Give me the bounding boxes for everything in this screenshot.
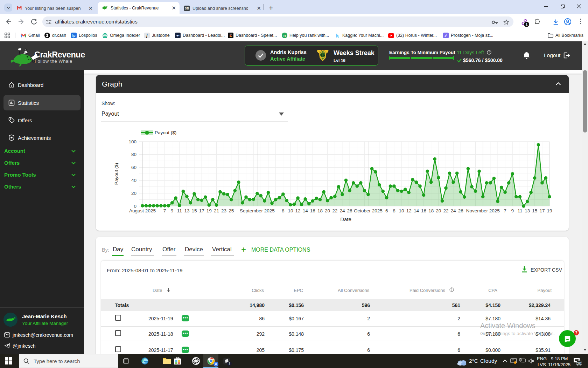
- svg-text:7: 7: [163, 208, 166, 213]
- svg-text:CrakRevenue: CrakRevenue: [34, 50, 85, 59]
- svg-text:20: 20: [131, 191, 136, 196]
- svg-text:26: 26: [347, 208, 352, 213]
- svg-text:18: 18: [428, 208, 434, 213]
- svg-text:21: 21: [214, 208, 219, 213]
- svg-text:13: 13: [525, 208, 530, 213]
- svg-text:10: 10: [399, 208, 404, 213]
- svg-text:14: 14: [303, 208, 308, 213]
- svg-text:100: 100: [128, 139, 136, 144]
- svg-text:15: 15: [532, 208, 537, 213]
- svg-text:8: 8: [282, 208, 285, 213]
- svg-text:12: 12: [406, 208, 412, 213]
- svg-text:19: 19: [547, 208, 552, 213]
- svg-text:24: 24: [340, 208, 345, 213]
- svg-text:7: 7: [504, 208, 506, 213]
- svg-text:20: 20: [325, 208, 330, 213]
- svg-text:August 2025: August 2025: [129, 208, 156, 213]
- svg-text:11: 11: [517, 208, 522, 213]
- svg-text:20: 20: [436, 208, 441, 213]
- svg-text:80: 80: [131, 152, 136, 157]
- svg-text:17: 17: [199, 208, 204, 213]
- svg-text:18: 18: [317, 208, 323, 213]
- svg-text:Payout ($): Payout ($): [114, 163, 119, 185]
- svg-text:40: 40: [131, 178, 136, 183]
- svg-text:15: 15: [191, 208, 197, 213]
- svg-text:16: 16: [310, 208, 315, 213]
- svg-text:17: 17: [539, 208, 545, 213]
- svg-text:13: 13: [184, 208, 189, 213]
- svg-text:14: 14: [414, 208, 419, 213]
- svg-text:10: 10: [288, 208, 293, 213]
- svg-text:22: 22: [443, 208, 448, 213]
- svg-text:22: 22: [332, 208, 337, 213]
- svg-text:16: 16: [421, 208, 426, 213]
- svg-text:9: 9: [171, 208, 174, 213]
- svg-text:12: 12: [295, 208, 301, 213]
- svg-text:Date: Date: [340, 216, 351, 222]
- svg-text:16: 16: [321, 53, 325, 57]
- svg-text:Payout ($): Payout ($): [155, 130, 176, 135]
- svg-text:23: 23: [221, 208, 226, 213]
- svg-text:September 2025: September 2025: [240, 208, 275, 213]
- svg-text:November 2025: November 2025: [466, 208, 500, 213]
- svg-text:6: 6: [385, 208, 388, 213]
- svg-text:60: 60: [131, 165, 136, 170]
- svg-text:11: 11: [177, 208, 182, 213]
- svg-text:26: 26: [458, 208, 463, 213]
- svg-text:Follow the Whale: Follow the Whale: [35, 59, 72, 64]
- svg-text:25: 25: [229, 208, 234, 213]
- svg-text:8: 8: [393, 208, 396, 213]
- svg-text:19: 19: [206, 208, 212, 213]
- svg-text:24: 24: [451, 208, 456, 213]
- svg-text:9: 9: [511, 208, 514, 213]
- svg-text:October 2025: October 2025: [354, 208, 383, 213]
